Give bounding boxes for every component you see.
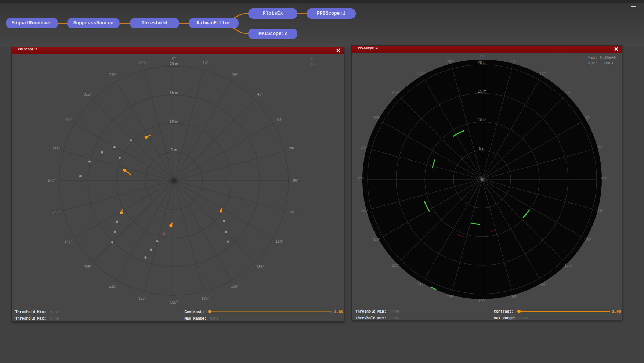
svg-text:150°: 150° <box>231 284 239 288</box>
svg-text:270°: 270° <box>48 179 56 183</box>
svg-text:15°: 15° <box>202 61 208 65</box>
svg-text:105°: 105° <box>596 209 604 213</box>
svg-text:285°: 285° <box>361 145 368 150</box>
svg-text:255°: 255° <box>52 210 60 214</box>
svg-text:315°: 315° <box>392 91 400 95</box>
svg-text:165°: 165° <box>510 295 518 299</box>
svg-text:75°: 75° <box>597 145 603 150</box>
svg-text:135°: 135° <box>256 265 264 269</box>
svg-text:270°: 270° <box>357 177 364 181</box>
svg-text:210°: 210° <box>109 284 117 288</box>
svg-text:60°: 60° <box>585 116 590 120</box>
svg-text:75°: 75° <box>289 147 294 151</box>
svg-text:45°: 45° <box>565 91 571 95</box>
svg-text:15°: 15° <box>511 59 516 63</box>
svg-text:180°: 180° <box>170 301 178 305</box>
svg-text:5 m: 5 m <box>479 146 485 151</box>
svg-text:285°: 285° <box>52 147 60 151</box>
svg-text:255°: 255° <box>361 209 368 213</box>
svg-text:330°: 330° <box>109 73 117 77</box>
svg-text:15 m: 15 m <box>478 89 486 93</box>
svg-text:195°: 195° <box>138 296 146 301</box>
svg-text:300°: 300° <box>64 118 72 122</box>
svg-text:90°: 90° <box>601 177 607 181</box>
svg-text:195°: 195° <box>447 295 455 299</box>
svg-text:20 m: 20 m <box>169 62 178 66</box>
svg-text:345°: 345° <box>138 61 146 65</box>
svg-text:225°: 225° <box>84 265 91 269</box>
svg-text:225°: 225° <box>392 263 400 267</box>
svg-text:120°: 120° <box>584 238 591 242</box>
svg-text:60°: 60° <box>276 118 282 122</box>
svg-text:0°: 0° <box>172 57 176 61</box>
svg-text:240°: 240° <box>64 240 72 244</box>
svg-text:300°: 300° <box>373 116 380 120</box>
svg-text:15 m: 15 m <box>169 90 178 95</box>
svg-text:165°: 165° <box>202 296 209 301</box>
svg-text:5 m: 5 m <box>170 148 177 152</box>
svg-text:135°: 135° <box>564 263 572 267</box>
svg-text:315°: 315° <box>84 92 91 96</box>
svg-text:345°: 345° <box>447 59 455 63</box>
svg-text:45°: 45° <box>257 92 263 96</box>
svg-text:20 m: 20 m <box>478 60 486 65</box>
svg-text:10 m: 10 m <box>169 119 178 123</box>
svg-text:0°: 0° <box>480 55 484 59</box>
svg-text:210°: 210° <box>417 283 425 287</box>
svg-text:30°: 30° <box>540 72 546 76</box>
svg-text:10 m: 10 m <box>478 118 486 122</box>
svg-text:180°: 180° <box>478 299 486 303</box>
svg-text:240°: 240° <box>373 238 380 242</box>
svg-text:330°: 330° <box>417 72 425 76</box>
svg-text:30°: 30° <box>232 73 237 77</box>
svg-text:150°: 150° <box>539 283 547 287</box>
svg-text:105°: 105° <box>287 210 295 214</box>
svg-text:90°: 90° <box>293 179 298 183</box>
svg-text:120°: 120° <box>275 240 283 244</box>
